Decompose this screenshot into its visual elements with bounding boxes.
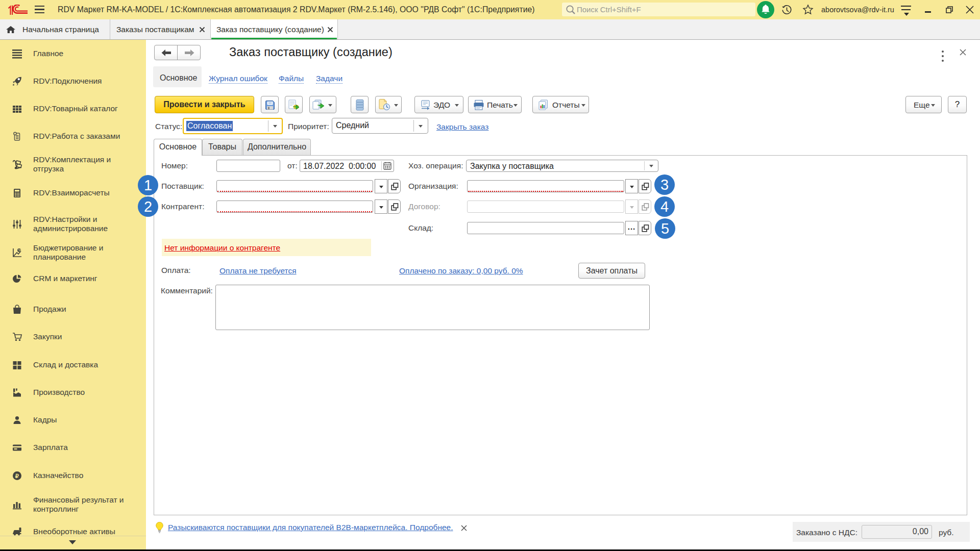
svg-text:%: % [18, 248, 21, 252]
svg-text:₽: ₽ [15, 473, 19, 479]
